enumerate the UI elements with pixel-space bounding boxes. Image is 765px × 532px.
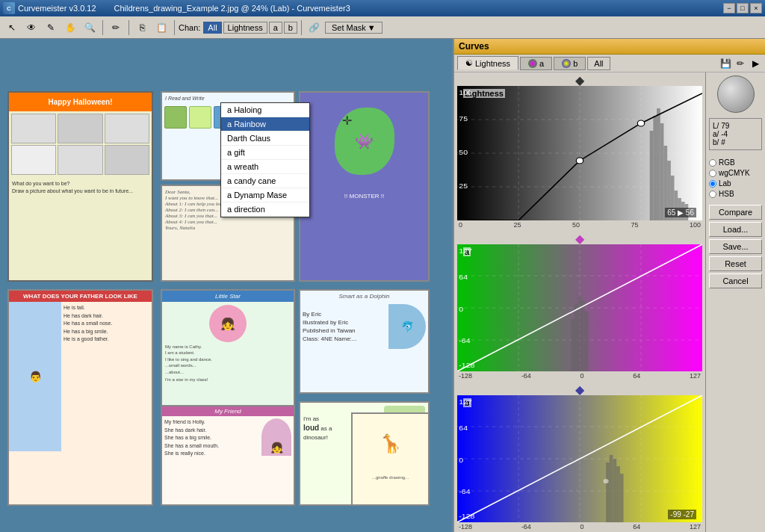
compare-btn[interactable]: Compare xyxy=(709,205,762,220)
tile-father: WHAT DOES YOUR FATHER LOOK LIKE 👨 He is … xyxy=(7,289,153,506)
minimize-btn[interactable]: − xyxy=(723,3,735,13)
lightness-drag-icon[interactable]: ◆ xyxy=(575,73,584,87)
pen-icon: ✎ xyxy=(47,22,55,33)
lightness-axis-x: 0 25 50 75 100 xyxy=(457,220,702,229)
svg-text:75: 75 xyxy=(459,115,468,123)
tab-all[interactable]: All xyxy=(587,57,610,70)
svg-rect-46 xyxy=(613,459,617,522)
cp-lightness-1[interactable] xyxy=(576,158,583,164)
b-ax-64: 64 xyxy=(633,523,640,531)
dropdown-arrow-icon: ▼ xyxy=(368,23,376,32)
radio-rgb[interactable]: RGB xyxy=(709,158,762,167)
zoom-icon: 🔍 xyxy=(84,22,96,33)
dropdown-item-wreath[interactable]: a wreath xyxy=(221,160,309,174)
tool-eye[interactable]: 👁 xyxy=(22,19,40,36)
svg-rect-45 xyxy=(610,455,613,522)
title-bar-left: C Curvemeister v3.0.12 Childrens_drawing… xyxy=(3,2,350,14)
curves-graphs: ◆ Lightness xyxy=(454,72,705,532)
dropdown-item-dynamp[interactable]: a Dynamp Mase xyxy=(221,188,309,202)
dropdown-item-candy[interactable]: a candy cane xyxy=(221,174,309,188)
close-btn[interactable]: × xyxy=(750,3,762,13)
a-drag-icon[interactable]: ◆ xyxy=(575,232,584,246)
edit-icon: ✏ xyxy=(737,58,744,69)
dropdown-item-darth[interactable]: Darth Claus xyxy=(221,132,309,146)
b-graph[interactable]: b xyxy=(457,395,702,522)
save-icon: 💾 xyxy=(720,58,731,69)
sep2 xyxy=(128,20,129,35)
lightness-ax-50: 50 xyxy=(572,221,580,229)
dropdown-item-rainbow[interactable]: a Rainbow xyxy=(221,117,309,132)
radio-wgcmyk[interactable]: wgCMYK xyxy=(709,169,762,177)
curves-right: L/ 79 a/ -4 b/ # RGB xyxy=(705,72,765,532)
a-ax-n64: -64 xyxy=(521,372,531,380)
curves-tabs: ☯ Lightness a b All 💾 ✏ ▶ xyxy=(454,55,765,72)
maximize-btn[interactable]: □ xyxy=(737,3,749,13)
crosshair-cursor: ✛ xyxy=(342,114,352,128)
chan-b-btn[interactable]: b xyxy=(284,22,297,34)
chan-all-btn[interactable]: All xyxy=(203,22,221,34)
tool-pencil[interactable]: ✏ xyxy=(107,19,125,36)
save-btn[interactable]: Save... xyxy=(709,239,762,254)
curves-save-icon[interactable]: 💾 xyxy=(719,58,732,69)
radio-lab-input[interactable] xyxy=(709,180,716,188)
cancel-btn[interactable]: Cancel xyxy=(709,273,762,288)
a-graph-header: ◆ xyxy=(456,232,704,244)
svg-rect-47 xyxy=(616,466,620,522)
chan-lightness-btn[interactable]: Lightness xyxy=(223,22,267,34)
action-buttons: Compare Load... Save... Reset Cancel xyxy=(709,205,762,288)
tile-monster: 👾 !! MONSTER !! xyxy=(299,91,430,282)
b-graph-container: ◆ b xyxy=(456,383,704,531)
curves-play-icon[interactable]: ▶ xyxy=(749,58,762,69)
lightness-graph-container: ◆ Lightness xyxy=(456,74,704,229)
a-ax-0: 0 xyxy=(580,372,583,380)
radio-rgb-label: RGB xyxy=(719,158,735,167)
radio-rgb-input[interactable] xyxy=(709,159,716,167)
tile-giraffe: 🦒 ...giraffe drawing... xyxy=(351,412,430,506)
tab-a[interactable]: a xyxy=(520,57,552,70)
dropdown-item-gift[interactable]: a gift xyxy=(221,146,309,160)
color-preview-circle xyxy=(717,75,755,113)
tool-arrow[interactable]: ↖ xyxy=(3,19,21,36)
radio-hsb[interactable]: HSB xyxy=(709,190,762,198)
lightness-graph[interactable]: Lightness xyxy=(457,86,702,220)
b-values: -99 -27 xyxy=(668,510,696,519)
tab-b[interactable]: b xyxy=(554,57,586,70)
set-mask-btn[interactable]: Set Mask ▼ xyxy=(325,22,382,34)
tool-copy[interactable]: ⎘ xyxy=(133,19,151,36)
tool-pen[interactable]: ✎ xyxy=(42,19,60,36)
b-axis-x: -128 -64 0 64 127 xyxy=(457,522,702,531)
tab-lightness[interactable]: ☯ Lightness xyxy=(457,56,518,70)
cp-lightness-2[interactable] xyxy=(637,120,644,126)
dropdown-item-direction[interactable]: a direction xyxy=(221,202,309,217)
b-graph-header: ◆ xyxy=(456,383,704,395)
radio-lab[interactable]: Lab xyxy=(709,179,762,188)
a-ax-127: 127 xyxy=(690,372,701,380)
tool-hand[interactable]: ✋ xyxy=(61,19,79,36)
svg-text:-128: -128 xyxy=(459,362,475,369)
radio-wgcmyk-input[interactable] xyxy=(709,170,716,177)
tile-halloween: Happy Halloween! What do you want to be?… xyxy=(7,91,153,282)
chan-a-btn[interactable]: a xyxy=(269,22,282,34)
dropdown-item-haloing[interactable]: a Haloing xyxy=(221,103,309,117)
lightness-graph-header: ◆ xyxy=(456,74,704,86)
svg-text:64: 64 xyxy=(459,424,468,432)
reset-btn[interactable]: Reset xyxy=(709,256,762,271)
a-graph[interactable]: a xyxy=(457,244,702,371)
svg-rect-9 xyxy=(660,123,664,220)
curves-title: Curves xyxy=(454,39,765,55)
tool-zoom[interactable]: 🔍 xyxy=(81,19,99,36)
radio-hsb-input[interactable] xyxy=(709,191,716,198)
window-title: Curvemeister v3.0.12 xyxy=(18,4,96,13)
eye-icon: 👁 xyxy=(27,22,36,33)
tile-dolphin: Smart as a Dolphin By EricIllustrated by… xyxy=(299,289,430,394)
load-btn[interactable]: Load... xyxy=(709,222,762,237)
svg-text:64: 64 xyxy=(459,273,468,281)
copy-icon: ⎘ xyxy=(140,22,145,33)
tool-chain[interactable]: 🔗 xyxy=(306,19,323,36)
curves-edit-icon[interactable]: ✏ xyxy=(734,58,747,69)
l-value: 79 xyxy=(721,122,729,130)
dropdown-menu[interactable]: a Haloing a Rainbow Darth Claus a gift a… xyxy=(220,102,310,217)
svg-text:25: 25 xyxy=(459,182,468,190)
tool-paste[interactable]: 📋 xyxy=(152,19,170,36)
b-drag-icon[interactable]: ◆ xyxy=(575,383,584,397)
